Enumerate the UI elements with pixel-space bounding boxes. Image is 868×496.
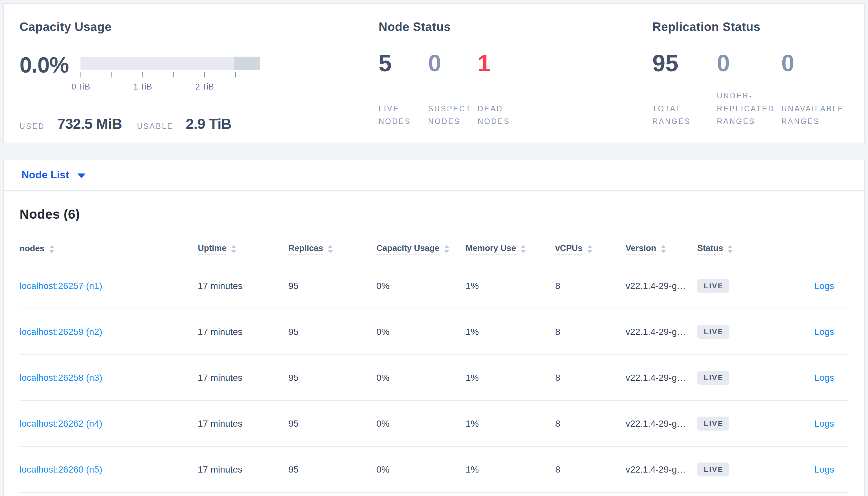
table-row: localhost:26259 (n2) 17 minutes 95 0% 1%…	[19, 309, 849, 355]
logs-link[interactable]: Logs	[814, 281, 834, 291]
column-header-uptime[interactable]: Uptime	[198, 243, 288, 255]
column-header-status[interactable]: Status	[697, 243, 769, 255]
memory-cell: 1%	[466, 327, 555, 337]
capacity-usage-title: Capacity Usage	[19, 20, 379, 34]
replication-status-title: Replication Status	[652, 20, 864, 34]
logs-link[interactable]: Logs	[814, 373, 834, 383]
uptime-cell: 17 minutes	[198, 464, 288, 475]
column-header-label: Status	[697, 243, 723, 255]
table-row: localhost:26262 (n4) 17 minutes 95 0% 1%…	[19, 401, 849, 447]
vcpus-cell: 8	[555, 281, 626, 291]
column-header-nodes[interactable]: nodes	[19, 244, 198, 255]
memory-cell: 1%	[466, 281, 555, 291]
vcpus-cell: 8	[555, 464, 626, 475]
cluster-overview-page: { "summary": { "capacity": { "title": "C…	[0, 0, 868, 496]
sort-icon	[231, 245, 236, 253]
memory-cell: 1%	[466, 373, 555, 383]
column-header-capacity-usage[interactable]: Capacity Usage	[376, 243, 466, 255]
column-header-label: Uptime	[198, 243, 226, 255]
logs-link[interactable]: Logs	[814, 327, 834, 337]
usable-label: USABLE	[137, 122, 173, 131]
capacity-cell: 0%	[376, 327, 466, 337]
sort-icon	[49, 245, 55, 253]
suspect-nodes-stat: 0 SUSPECT NODES	[428, 51, 478, 128]
version-cell: v22.1.4-29-g…	[626, 464, 697, 475]
capacity-cell: 0%	[376, 373, 466, 383]
table-row: localhost:26260 (n5) 17 minutes 95 0% 1%…	[19, 447, 849, 493]
column-header-version[interactable]: Version	[626, 243, 697, 255]
total-ranges-label: TOTAL RANGES	[652, 103, 717, 128]
used-value: 732.5 MiB	[57, 116, 122, 132]
capacity-axis-tick	[80, 72, 81, 77]
under-replicated-ranges-label: UNDER-REPLICATED RANGES	[717, 90, 781, 128]
node-link[interactable]: localhost:26260 (n5)	[19, 464, 102, 475]
sort-icon	[444, 245, 449, 253]
status-badge: LIVE	[697, 417, 729, 431]
node-link[interactable]: localhost:26262 (n4)	[19, 419, 102, 429]
replicas-cell: 95	[288, 464, 376, 475]
node-link[interactable]: localhost:26257 (n1)	[19, 281, 102, 291]
vcpus-cell: 8	[555, 373, 626, 383]
replicas-cell: 95	[288, 373, 376, 383]
node-list-dropdown[interactable]: Node List	[21, 169, 85, 181]
sort-icon	[661, 245, 666, 253]
capacity-usage-section: Capacity Usage 0.0% 0 TiB 1 TiB 2 TiB	[4, 4, 379, 142]
capacity-cell: 0%	[376, 419, 466, 429]
column-header-replicas[interactable]: Replicas	[288, 243, 376, 255]
column-header-vcpus[interactable]: vCPUs	[555, 243, 626, 255]
replicas-cell: 95	[288, 327, 376, 337]
logs-link[interactable]: Logs	[814, 464, 834, 475]
column-header-label: Replicas	[288, 243, 323, 255]
uptime-cell: 17 minutes	[198, 373, 288, 383]
node-status-title: Node Status	[379, 20, 652, 34]
replicas-cell: 95	[288, 281, 376, 291]
node-status-section: Node Status 5 LIVE NODES 0 SUSPECT NODES…	[379, 4, 652, 142]
dead-nodes-stat: 1 DEAD NODES	[478, 51, 527, 128]
node-status-stats: 5 LIVE NODES 0 SUSPECT NODES 1 DEAD NODE…	[379, 51, 652, 128]
sort-icon	[328, 245, 333, 253]
total-ranges-value: 95	[652, 51, 717, 75]
dead-nodes-label: DEAD NODES	[478, 103, 527, 128]
capacity-axis-label: 2 TiB	[195, 82, 214, 91]
column-header-memory-use[interactable]: Memory Use	[466, 243, 555, 255]
capacity-percent-value: 0.0%	[19, 53, 69, 95]
vcpus-cell: 8	[555, 419, 626, 429]
column-header-label: Version	[626, 243, 656, 255]
capacity-cell: 0%	[376, 464, 466, 475]
capacity-axis: 0 TiB 1 TiB 2 TiB	[80, 72, 260, 95]
node-link[interactable]: localhost:26258 (n3)	[19, 373, 102, 383]
version-cell: v22.1.4-29-g…	[626, 373, 697, 383]
suspect-nodes-label: SUSPECT NODES	[428, 103, 478, 128]
table-row: localhost:26258 (n3) 17 minutes 95 0% 1%…	[19, 355, 849, 401]
node-link[interactable]: localhost:26259 (n2)	[19, 327, 102, 337]
nodes-panel-title: Nodes (6)	[19, 191, 849, 222]
version-cell: v22.1.4-29-g…	[626, 419, 697, 429]
replication-stats: 95 TOTAL RANGES 0 UNDER-REPLICATED RANGE…	[652, 51, 864, 128]
capacity-bar-block: 0 TiB 1 TiB 2 TiB	[80, 57, 260, 95]
uptime-cell: 17 minutes	[198, 419, 288, 429]
capacity-cell: 0%	[376, 281, 466, 291]
capacity-bar-end-segment	[234, 57, 260, 69]
capacity-usage-chart: 0.0% 0 TiB 1 TiB 2 TiB	[19, 53, 379, 95]
unavailable-ranges-stat: 0 UNAVAILABLE RANGES	[781, 51, 846, 128]
uptime-cell: 17 minutes	[198, 281, 288, 291]
column-header-label: Memory Use	[466, 243, 516, 255]
capacity-axis-tick	[235, 72, 236, 77]
capacity-axis-tick	[143, 72, 143, 77]
column-header-label: nodes	[19, 244, 45, 255]
live-nodes-label: LIVE NODES	[379, 103, 428, 128]
table-header-row: nodes Uptime Replicas Capacity Usage Mem…	[19, 235, 849, 263]
dead-nodes-value: 1	[478, 51, 527, 75]
capacity-axis-label: 1 TiB	[134, 82, 152, 91]
vcpus-cell: 8	[555, 327, 626, 337]
capacity-axis-label: 0 TiB	[72, 82, 90, 91]
logs-link[interactable]: Logs	[814, 419, 834, 429]
version-cell: v22.1.4-29-g…	[626, 327, 697, 337]
live-nodes-stat: 5 LIVE NODES	[379, 51, 428, 128]
status-badge: LIVE	[697, 279, 729, 293]
status-badge: LIVE	[697, 463, 729, 477]
summary-panel: Capacity Usage 0.0% 0 TiB 1 TiB 2 TiB	[3, 3, 865, 143]
memory-cell: 1%	[466, 419, 555, 429]
replication-status-section: Replication Status 95 TOTAL RANGES 0 UND…	[652, 4, 864, 142]
capacity-axis-tick	[111, 72, 112, 77]
